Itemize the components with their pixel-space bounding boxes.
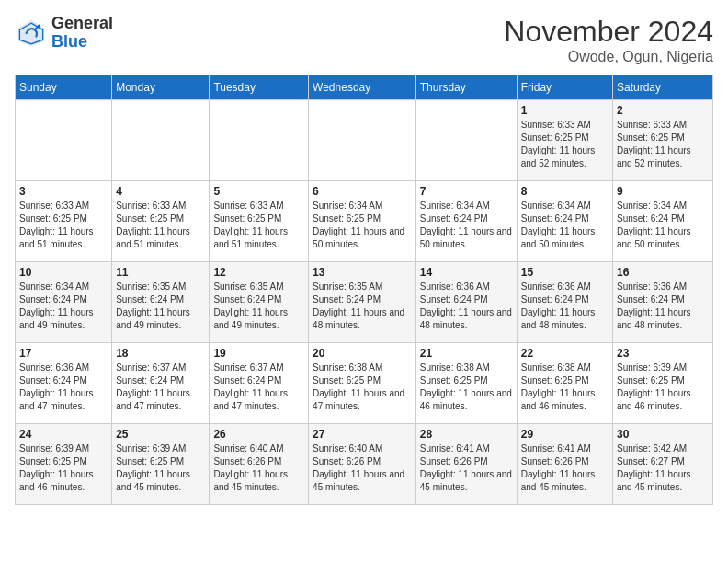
col-thursday: Thursday bbox=[415, 75, 517, 100]
col-saturday: Saturday bbox=[613, 75, 713, 100]
calendar-cell: 23Sunrise: 6:39 AM Sunset: 6:25 PM Dayli… bbox=[613, 343, 713, 424]
day-number: 10 bbox=[19, 266, 108, 279]
day-number: 1 bbox=[521, 104, 609, 117]
calendar-cell: 27Sunrise: 6:40 AM Sunset: 6:26 PM Dayli… bbox=[309, 424, 416, 505]
logo-general: General bbox=[51, 14, 113, 32]
calendar-cell: 4Sunrise: 6:33 AM Sunset: 6:25 PM Daylig… bbox=[112, 181, 210, 262]
calendar-cell: 13Sunrise: 6:35 AM Sunset: 6:24 PM Dayli… bbox=[309, 262, 416, 343]
calendar-cell: 20Sunrise: 6:38 AM Sunset: 6:25 PM Dayli… bbox=[309, 343, 416, 424]
calendar-cell: 3Sunrise: 6:33 AM Sunset: 6:25 PM Daylig… bbox=[16, 181, 112, 262]
day-detail: Sunrise: 6:35 AM Sunset: 6:24 PM Dayligh… bbox=[116, 281, 205, 332]
calendar-cell bbox=[415, 100, 517, 181]
calendar-cell: 14Sunrise: 6:36 AM Sunset: 6:24 PM Dayli… bbox=[415, 262, 517, 343]
day-detail: Sunrise: 6:36 AM Sunset: 6:24 PM Dayligh… bbox=[420, 281, 513, 332]
calendar-cell: 19Sunrise: 6:37 AM Sunset: 6:24 PM Dayli… bbox=[210, 343, 309, 424]
col-tuesday: Tuesday bbox=[210, 75, 309, 100]
header-row: Sunday Monday Tuesday Wednesday Thursday… bbox=[16, 75, 713, 100]
day-number: 28 bbox=[420, 428, 513, 441]
calendar-cell: 9Sunrise: 6:34 AM Sunset: 6:24 PM Daylig… bbox=[613, 181, 713, 262]
day-number: 12 bbox=[213, 266, 304, 279]
calendar-week-4: 17Sunrise: 6:36 AM Sunset: 6:24 PM Dayli… bbox=[16, 343, 713, 424]
month-title: November 2024 bbox=[504, 15, 713, 49]
logo-blue: Blue bbox=[51, 32, 87, 51]
logo: General Blue bbox=[15, 15, 113, 52]
day-number: 14 bbox=[420, 266, 513, 279]
calendar-cell: 11Sunrise: 6:35 AM Sunset: 6:24 PM Dayli… bbox=[112, 262, 210, 343]
day-detail: Sunrise: 6:35 AM Sunset: 6:24 PM Dayligh… bbox=[313, 281, 412, 332]
calendar-cell: 26Sunrise: 6:40 AM Sunset: 6:26 PM Dayli… bbox=[210, 424, 309, 505]
day-number: 3 bbox=[19, 185, 108, 198]
calendar-cell: 30Sunrise: 6:42 AM Sunset: 6:27 PM Dayli… bbox=[613, 424, 713, 505]
logo-icon bbox=[15, 17, 48, 50]
day-number: 2 bbox=[617, 104, 709, 117]
title-block: November 2024 Owode, Ogun, Nigeria bbox=[504, 15, 713, 65]
day-number: 4 bbox=[116, 185, 205, 198]
calendar-cell: 22Sunrise: 6:38 AM Sunset: 6:25 PM Dayli… bbox=[517, 343, 612, 424]
day-detail: Sunrise: 6:39 AM Sunset: 6:25 PM Dayligh… bbox=[19, 442, 108, 494]
day-detail: Sunrise: 6:39 AM Sunset: 6:25 PM Dayligh… bbox=[617, 362, 709, 413]
day-detail: Sunrise: 6:40 AM Sunset: 6:26 PM Dayligh… bbox=[213, 442, 304, 494]
calendar-header: Sunday Monday Tuesday Wednesday Thursday… bbox=[16, 75, 713, 100]
calendar-cell: 24Sunrise: 6:39 AM Sunset: 6:25 PM Dayli… bbox=[16, 424, 112, 505]
day-number: 18 bbox=[116, 347, 205, 360]
calendar-cell bbox=[112, 100, 210, 181]
calendar-cell: 17Sunrise: 6:36 AM Sunset: 6:24 PM Dayli… bbox=[16, 343, 112, 424]
calendar-cell: 6Sunrise: 6:34 AM Sunset: 6:25 PM Daylig… bbox=[309, 181, 416, 262]
calendar-cell bbox=[16, 100, 112, 181]
day-detail: Sunrise: 6:42 AM Sunset: 6:27 PM Dayligh… bbox=[617, 442, 709, 494]
day-detail: Sunrise: 6:33 AM Sunset: 6:25 PM Dayligh… bbox=[116, 200, 205, 251]
day-detail: Sunrise: 6:37 AM Sunset: 6:24 PM Dayligh… bbox=[116, 362, 205, 413]
calendar-week-2: 3Sunrise: 6:33 AM Sunset: 6:25 PM Daylig… bbox=[16, 181, 713, 262]
calendar-cell: 8Sunrise: 6:34 AM Sunset: 6:24 PM Daylig… bbox=[517, 181, 612, 262]
calendar-cell: 16Sunrise: 6:36 AM Sunset: 6:24 PM Dayli… bbox=[613, 262, 713, 343]
day-number: 15 bbox=[521, 266, 609, 279]
day-number: 6 bbox=[313, 185, 412, 198]
day-number: 7 bbox=[420, 185, 513, 198]
calendar-cell: 10Sunrise: 6:34 AM Sunset: 6:24 PM Dayli… bbox=[16, 262, 112, 343]
col-friday: Friday bbox=[517, 75, 612, 100]
logo-text: General Blue bbox=[51, 15, 113, 52]
day-number: 19 bbox=[213, 347, 304, 360]
day-detail: Sunrise: 6:38 AM Sunset: 6:25 PM Dayligh… bbox=[313, 362, 412, 413]
day-number: 8 bbox=[521, 185, 609, 198]
calendar-cell bbox=[309, 100, 416, 181]
day-number: 5 bbox=[213, 185, 304, 198]
day-number: 26 bbox=[213, 428, 304, 441]
calendar-cell: 29Sunrise: 6:41 AM Sunset: 6:26 PM Dayli… bbox=[517, 424, 612, 505]
calendar-cell: 2Sunrise: 6:33 AM Sunset: 6:25 PM Daylig… bbox=[613, 100, 713, 181]
col-wednesday: Wednesday bbox=[309, 75, 416, 100]
day-number: 25 bbox=[116, 428, 205, 441]
day-number: 23 bbox=[617, 347, 709, 360]
page-header: General Blue November 2024 Owode, Ogun, … bbox=[15, 15, 713, 65]
calendar-week-3: 10Sunrise: 6:34 AM Sunset: 6:24 PM Dayli… bbox=[16, 262, 713, 343]
day-number: 9 bbox=[617, 185, 709, 198]
day-number: 27 bbox=[313, 428, 412, 441]
day-detail: Sunrise: 6:34 AM Sunset: 6:25 PM Dayligh… bbox=[313, 200, 412, 251]
day-detail: Sunrise: 6:33 AM Sunset: 6:25 PM Dayligh… bbox=[617, 119, 709, 170]
calendar-table: Sunday Monday Tuesday Wednesday Thursday… bbox=[15, 75, 713, 505]
day-number: 13 bbox=[313, 266, 412, 279]
day-number: 20 bbox=[313, 347, 412, 360]
day-number: 21 bbox=[420, 347, 513, 360]
calendar-cell: 25Sunrise: 6:39 AM Sunset: 6:25 PM Dayli… bbox=[112, 424, 210, 505]
day-detail: Sunrise: 6:41 AM Sunset: 6:26 PM Dayligh… bbox=[420, 442, 513, 494]
day-detail: Sunrise: 6:33 AM Sunset: 6:25 PM Dayligh… bbox=[521, 119, 609, 170]
day-detail: Sunrise: 6:35 AM Sunset: 6:24 PM Dayligh… bbox=[213, 281, 304, 332]
day-detail: Sunrise: 6:33 AM Sunset: 6:25 PM Dayligh… bbox=[19, 200, 108, 251]
day-detail: Sunrise: 6:40 AM Sunset: 6:26 PM Dayligh… bbox=[313, 442, 412, 494]
day-detail: Sunrise: 6:37 AM Sunset: 6:24 PM Dayligh… bbox=[213, 362, 304, 413]
col-sunday: Sunday bbox=[16, 75, 112, 100]
calendar-cell: 1Sunrise: 6:33 AM Sunset: 6:25 PM Daylig… bbox=[517, 100, 612, 181]
calendar-week-5: 24Sunrise: 6:39 AM Sunset: 6:25 PM Dayli… bbox=[16, 424, 713, 505]
day-number: 29 bbox=[521, 428, 609, 441]
calendar-week-1: 1Sunrise: 6:33 AM Sunset: 6:25 PM Daylig… bbox=[16, 100, 713, 181]
calendar-body: 1Sunrise: 6:33 AM Sunset: 6:25 PM Daylig… bbox=[16, 100, 713, 505]
col-monday: Monday bbox=[112, 75, 210, 100]
day-detail: Sunrise: 6:38 AM Sunset: 6:25 PM Dayligh… bbox=[420, 362, 513, 413]
day-detail: Sunrise: 6:36 AM Sunset: 6:24 PM Dayligh… bbox=[617, 281, 709, 332]
day-number: 30 bbox=[617, 428, 709, 441]
day-number: 17 bbox=[19, 347, 108, 360]
calendar-cell bbox=[210, 100, 309, 181]
calendar-cell: 7Sunrise: 6:34 AM Sunset: 6:24 PM Daylig… bbox=[415, 181, 517, 262]
day-number: 16 bbox=[617, 266, 709, 279]
